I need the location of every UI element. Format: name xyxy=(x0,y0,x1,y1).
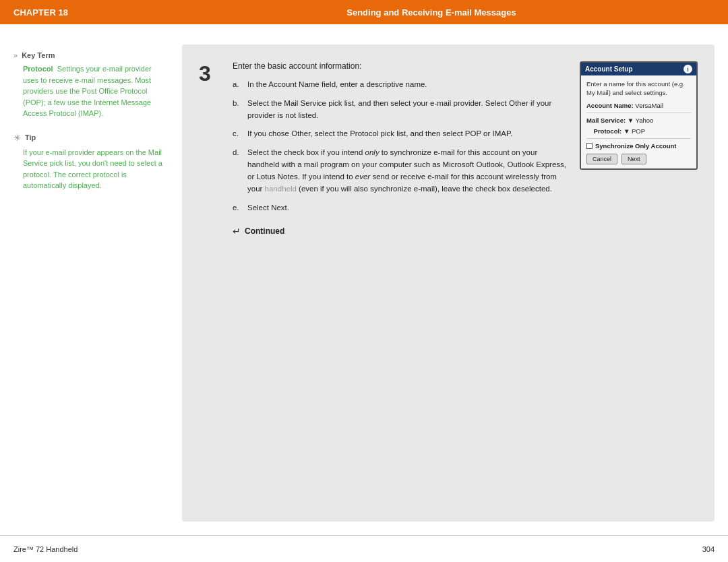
sync-checkbox-label: Synchronize Only Account xyxy=(595,142,677,150)
account-name-value-text: VersaMail xyxy=(635,102,663,109)
tip-header: ✳ Tip xyxy=(13,133,169,143)
step-text-col: Enter the basic account information: a. … xyxy=(233,61,570,237)
main-panel: 3 Enter the basic account information: a… xyxy=(182,44,715,522)
footer-product-name: Zire™ 72 Handheld xyxy=(13,545,78,553)
widget-body: Enter a name for this account (e.g. My M… xyxy=(581,75,696,168)
cancel-button[interactable]: Cancel xyxy=(586,154,617,164)
step-item-label-c: c. xyxy=(233,128,243,140)
mail-service-value: Yahoo xyxy=(636,117,654,124)
account-name-label: Account Name: xyxy=(586,102,634,109)
step-item-label-d: d. xyxy=(233,147,243,195)
widget-protocol-field: Protocol: ▼ POP xyxy=(586,127,691,135)
footer: Zire™ 72 Handheld 304 xyxy=(0,535,728,562)
main-content: » Key Term Protocol Settings your e-mail… xyxy=(0,24,728,535)
page-number: 304 xyxy=(702,545,715,553)
widget-divider-2 xyxy=(586,138,691,139)
step-item-text-e: Select Next. xyxy=(247,202,570,214)
key-term-section: » Key Term Protocol Settings your e-mail… xyxy=(13,51,169,119)
protocol-dropdown-icon: ▼ xyxy=(624,127,632,135)
widget-hint: Enter a name for this account (e.g. My M… xyxy=(586,80,691,98)
mail-service-label: Mail Service: xyxy=(586,117,626,124)
protocol-label: Protocol: xyxy=(594,127,622,135)
step-item-c: c. If you chose Other, select the Protoc… xyxy=(233,128,570,140)
step-content: Enter the basic account information: a. … xyxy=(233,61,698,237)
widget-checkbox-row: Synchronize Only Account xyxy=(586,142,691,150)
step-item-label-b: b. xyxy=(233,98,243,122)
keyword-protocol: Protocol xyxy=(23,65,53,73)
page-title: Sending and Receiving E-mail Messages xyxy=(148,7,715,18)
chevron-icon: » xyxy=(13,51,18,59)
tip-star-icon: ✳ xyxy=(13,133,21,143)
sync-checkbox[interactable] xyxy=(586,143,593,149)
step-item-label-a: a. xyxy=(233,79,243,91)
next-button[interactable]: Next xyxy=(621,154,646,164)
tip-label: Tip xyxy=(25,133,36,142)
tip-body: If your e-mail provider appears on the M… xyxy=(13,147,169,191)
widget-header-title: Account Setup xyxy=(585,65,633,73)
step-intro: Enter the basic account information: xyxy=(233,61,570,71)
step-item-e: e. Select Next. xyxy=(233,202,570,214)
step-item-text-d: Select the check box if you intend only … xyxy=(247,147,570,195)
mail-service-dropdown-icon: ▼ xyxy=(628,117,636,124)
widget-divider-1 xyxy=(586,113,691,113)
step-item-label-e: e. xyxy=(233,202,243,214)
step-item-text-b: Select the Mail Service pick list, and t… xyxy=(247,98,570,122)
key-term-header: » Key Term xyxy=(13,51,169,59)
key-term-label: Key Term xyxy=(22,51,55,59)
sidebar: » Key Term Protocol Settings your e-mail… xyxy=(13,44,169,522)
step-item-text-c: If you chose Other, select the Protocol … xyxy=(247,128,570,140)
account-setup-widget: Account Setup i Enter a name for this ac… xyxy=(580,61,698,170)
continued-block: ↵ Continued xyxy=(233,226,570,237)
widget-buttons: Cancel Next xyxy=(586,154,691,164)
widget-header: Account Setup i xyxy=(581,63,696,75)
widget-info-icon: i xyxy=(684,65,692,73)
step-item-b: b. Select the Mail Service pick list, an… xyxy=(233,98,570,122)
chapter-label: CHAPTER 18 xyxy=(13,7,148,18)
step-block: 3 Enter the basic account information: a… xyxy=(199,61,698,237)
step-number: 3 xyxy=(199,63,219,237)
step-item-d: d. Select the check box if you intend on… xyxy=(233,147,570,195)
continued-arrow-icon: ↵ xyxy=(233,226,241,237)
tip-section: ✳ Tip If your e-mail provider appears on… xyxy=(13,133,169,191)
step-items: a. In the Account Name field, enter a de… xyxy=(233,79,570,214)
key-term-body: Protocol Settings your e-mail provider u… xyxy=(13,63,169,119)
continued-label: Continued xyxy=(245,226,284,236)
step-intro-row: Enter the basic account information: a. … xyxy=(233,61,698,237)
widget-account-name-field: Account Name: VersaMail xyxy=(586,102,691,109)
header-bar: CHAPTER 18 Sending and Receiving E-mail … xyxy=(0,0,728,24)
protocol-value: POP xyxy=(632,127,645,135)
widget-mail-service-field: Mail Service: ▼ Yahoo xyxy=(586,117,691,124)
step-item-text-a: In the Account Name field, enter a descr… xyxy=(247,79,570,91)
step-item-a: a. In the Account Name field, enter a de… xyxy=(233,79,570,91)
